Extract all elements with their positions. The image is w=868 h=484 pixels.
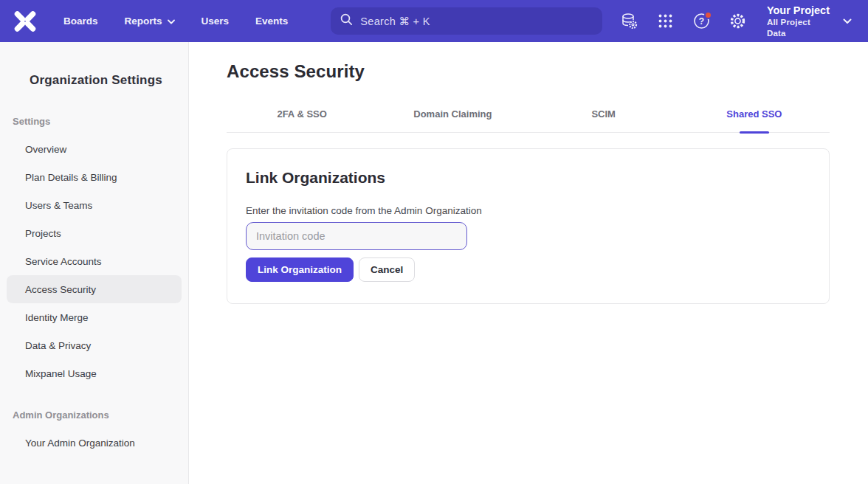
sidebar-settings-list: Overview Plan Details & Billing Users & … <box>0 135 188 387</box>
sidebar-item-data-privacy[interactable]: Data & Privacy <box>7 331 182 359</box>
nav-label: Events <box>255 15 288 27</box>
sidebar-item-users-teams[interactable]: Users & Teams <box>7 191 182 219</box>
link-organization-button[interactable]: Link Organization <box>246 257 354 282</box>
tab-scim[interactable]: SCIM <box>528 102 679 132</box>
nav-item-boards[interactable]: Boards <box>63 15 98 27</box>
sidebar-admin-list: Your Admin Organization <box>0 429 188 457</box>
sidebar-item-label: Service Accounts <box>25 256 102 267</box>
global-search-input[interactable]: Search ⌘ + K <box>331 7 602 35</box>
sidebar-item-mixpanel-usage[interactable]: Mixpanel Usage <box>7 359 182 387</box>
sidebar-item-your-admin-organization[interactable]: Your Admin Organization <box>7 429 182 457</box>
sidebar-item-label: Your Admin Organization <box>25 438 135 449</box>
nav-label: Boards <box>63 15 98 27</box>
sidebar-item-plan-details-billing[interactable]: Plan Details & Billing <box>7 163 182 191</box>
page-title: Access Security <box>227 61 830 82</box>
sidebar-section-admin-organizations: Admin Organizations <box>0 409 188 421</box>
sidebar-title: Organization Settings <box>0 73 188 88</box>
nav-item-users[interactable]: Users <box>202 15 230 27</box>
sidebar-item-overview[interactable]: Overview <box>7 135 182 163</box>
app-window: Boards Reports Users Events <box>0 0 868 484</box>
sidebar-item-label: Projects <box>25 228 61 239</box>
main-nav: Boards Reports Users Events <box>63 15 314 27</box>
main-content: Access Security 2FA & SSO Domain Claimin… <box>189 42 868 484</box>
nav-item-reports[interactable]: Reports <box>125 15 175 27</box>
card-title: Link Organizations <box>246 169 810 187</box>
tab-domain-claiming[interactable]: Domain Claiming <box>377 102 528 132</box>
tab-label: Shared SSO <box>726 108 782 120</box>
sidebar-item-label: Identity Merge <box>25 312 89 323</box>
nav-label: Users <box>202 15 230 27</box>
project-name: Your Project <box>767 4 831 17</box>
chevron-down-icon <box>168 15 175 27</box>
sidebar-item-label: Access Security <box>25 284 96 295</box>
access-security-tabs: 2FA & SSO Domain Claiming SCIM Shared SS… <box>227 102 830 133</box>
project-data-scope: All Project Data <box>767 17 831 38</box>
sidebar-section-settings: Settings <box>0 116 188 127</box>
nav-item-events[interactable]: Events <box>255 15 288 27</box>
sidebar-item-label: Mixpanel Usage <box>25 368 97 379</box>
svg-text:?: ? <box>699 16 704 27</box>
tab-label: 2FA & SSO <box>277 108 326 120</box>
sidebar-item-access-security[interactable]: Access Security <box>7 275 182 303</box>
settings-gear-icon[interactable] <box>728 13 746 30</box>
sidebar-item-label: Plan Details & Billing <box>25 172 117 183</box>
search-placeholder: Search ⌘ + K <box>360 15 430 27</box>
nav-label: Reports <box>125 15 162 27</box>
sidebar-item-projects[interactable]: Projects <box>7 219 182 247</box>
mixpanel-logo-icon[interactable] <box>13 10 37 32</box>
tab-shared-sso[interactable]: Shared SSO <box>679 102 830 132</box>
tab-label: SCIM <box>591 108 616 120</box>
sidebar-item-service-accounts[interactable]: Service Accounts <box>7 247 182 275</box>
topbar-actions: ? Your Project All Project Data <box>602 4 852 38</box>
project-selector[interactable]: Your Project All Project Data <box>767 4 831 38</box>
sidebar-item-label: Users & Teams <box>25 200 92 211</box>
invitation-code-input[interactable] <box>246 222 467 250</box>
notification-dot <box>704 11 712 19</box>
project-chevron-down-icon[interactable] <box>843 18 852 24</box>
search-icon <box>340 13 353 29</box>
apps-grid-icon[interactable] <box>657 13 675 30</box>
sidebar-item-identity-merge[interactable]: Identity Merge <box>7 303 182 331</box>
top-navigation-bar: Boards Reports Users Events <box>0 0 868 42</box>
sidebar-item-label: Data & Privacy <box>25 340 91 351</box>
sidebar-item-label: Overview <box>25 144 66 155</box>
invitation-code-label: Enter the invitation code from the Admin… <box>246 205 810 216</box>
data-management-icon[interactable] <box>621 13 638 30</box>
help-icon[interactable]: ? <box>692 13 710 30</box>
org-settings-sidebar: Organization Settings Settings Overview … <box>0 42 189 484</box>
tab-2fa-sso[interactable]: 2FA & SSO <box>227 102 377 132</box>
cancel-button[interactable]: Cancel <box>359 257 415 282</box>
tab-label: Domain Claiming <box>413 108 492 120</box>
card-actions: Link Organization Cancel <box>246 257 810 282</box>
link-organizations-card: Link Organizations Enter the invitation … <box>227 148 830 304</box>
